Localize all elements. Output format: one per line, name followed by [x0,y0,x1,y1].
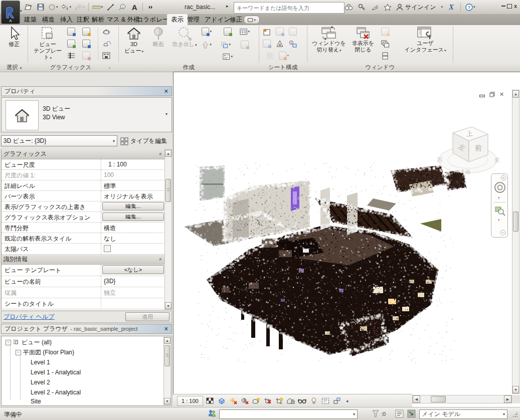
type-selector[interactable]: 3D ビュー 3D View ▾ [1,97,172,132]
switch-windows-button[interactable]: ウィンドウを 切り替え▾ [311,26,347,61]
view-template-value-button[interactable]: <なし> [102,265,164,274]
type-selector-dropdown-icon[interactable]: ▾ [165,112,167,116]
tab-architecture[interactable]: 建築 [20,14,41,25]
legends-button[interactable]: ▾ [223,52,233,61]
matchline-button[interactable]: ▾ [279,51,289,60]
customize-qat-button[interactable] [145,2,156,13]
resize-grip[interactable] [512,412,517,417]
visual-style-button[interactable] [217,396,226,405]
sun-path-checkbox[interactable] [104,245,111,252]
sign-in-dropdown-arrow-icon[interactable]: ▾ [441,5,443,9]
redo-dropdown-arrow-icon[interactable]: ▾ [83,5,85,9]
minimize-button[interactable] [500,3,506,10]
view-template-button[interactable]: ビュー テンプレート▾ [31,26,64,61]
browser-scrollbar[interactable]: ▲ ▼ [163,337,171,405]
reveal-hidden-elements-button[interactable] [309,396,318,405]
project-browser-close-icon[interactable]: ✕ [164,326,168,332]
property-value[interactable]: 1 : 100 [101,159,165,169]
new-sheet-button[interactable] [262,27,272,36]
tree-item-site[interactable]: Site [31,397,41,406]
help-dropdown-arrow-icon[interactable]: ▾ [473,5,475,9]
tile-windows-button[interactable] [380,51,390,60]
tab-modify[interactable]: 修正 [226,14,246,25]
property-value[interactable]: オリジナルを表示 [101,191,165,201]
temporary-hide-isolate-button[interactable] [298,396,307,405]
schedules-button[interactable]: ▾ [240,27,250,36]
aligned-dimension-button[interactable] [105,2,116,13]
displaced-elements-button[interactable] [332,396,341,405]
navbar-collapse-icon[interactable] [500,230,506,236]
communication-center-button[interactable] [369,2,380,13]
show-crop-region-button[interactable] [275,396,284,405]
filters-button[interactable] [81,27,91,36]
visibility-graphics-button[interactable] [66,27,76,36]
show-hidden-lines-button[interactable] [66,39,76,48]
steering-wheel-icon[interactable] [493,181,506,194]
shadows-button[interactable] [240,396,249,405]
close-hidden-windows-button[interactable]: 非表示を 閉じる [349,26,377,61]
section-graphics[interactable]: グラフィックス» [2,149,165,159]
properties-palette-header[interactable]: プロパティ ✕ [1,86,172,96]
edit-type-button[interactable]: タイプを編集 [120,136,172,146]
sync-dropdown-arrow-icon[interactable]: ▾ [56,5,58,9]
tree-item-level2-analytical[interactable]: Level 2 - Analytical [31,388,81,397]
render-in-cloud-button[interactable] [101,39,111,48]
view-scale-button[interactable]: 1 : 100 [177,396,203,406]
properties-close-icon[interactable]: ✕ [164,88,168,95]
modify-button[interactable]: 修正 [3,26,25,61]
crop-view-button[interactable] [263,396,272,405]
search-button[interactable] [343,2,354,13]
viewport-hscroll-thumb[interactable] [431,396,446,402]
help-button[interactable]: ?▾ [464,2,476,13]
property-value[interactable]: なし [101,233,165,243]
scope-box-button[interactable] [240,40,250,49]
drafting-view-button[interactable] [223,27,233,36]
cut-profile-button[interactable] [81,51,91,60]
guide-grid-button[interactable] [265,51,275,60]
properties-scroll-thumb[interactable] [165,179,171,202]
property-value[interactable]: 構造 [101,223,165,233]
zoom-region-icon[interactable] [494,205,505,216]
replicate-window-button[interactable] [380,27,390,36]
remove-hidden-lines-button[interactable] [81,39,91,48]
callout-button[interactable]: 吹き出し▾ [171,26,198,61]
tree-item-level1[interactable]: Level 1 [31,358,50,367]
collapse-icon[interactable]: − [6,340,11,345]
document-title-expand-icon[interactable]: ▸ [226,4,229,9]
ribbon-display-toggle[interactable]: ▾ [244,16,260,24]
duplicate-view-button[interactable]: ▾ [221,40,231,49]
detail-level-button[interactable] [206,396,215,405]
application-menu-button[interactable]: A [1,1,20,24]
user-interface-button[interactable]: ユーザ インタフェース▾ [401,26,449,61]
view-close-button[interactable]: ✕ [499,92,504,99]
navigation-bar[interactable]: ▾ ▾ [491,173,508,238]
scroll-left-icon[interactable]: ◀ [413,395,420,403]
property-value[interactable]: {3D} [101,276,165,287]
render-button[interactable] [101,27,111,36]
view-reference-button[interactable]: A [275,39,285,48]
viewport-vscroll-thumb[interactable] [513,212,518,232]
viewport-reference-button[interactable]: 1 [288,39,298,48]
press-drag-button[interactable] [407,409,416,419]
plan-views-button[interactable]: ▾ [202,27,212,36]
properties-scrollbar[interactable]: ▲ ▼ [164,149,172,310]
close-button[interactable]: x [512,3,518,10]
project-browser-header[interactable]: プロジェクト ブラウザ - rac_basic_sample_project ✕ [1,324,172,334]
thin-lines-button[interactable] [66,51,76,60]
viewport-vertical-scrollbar[interactable]: ▲ ▼ [512,90,519,394]
temporary-view-properties-button[interactable] [321,396,330,405]
properties-help-link[interactable]: プロパティ ヘルプ [4,313,55,321]
scroll-up-icon[interactable]: ▲ [165,150,171,157]
tag-by-category-button[interactable]: 1 [117,2,128,13]
maximize-button[interactable] [506,3,512,10]
select-panel-label[interactable]: 選択 ▾ [2,64,26,71]
search-input[interactable] [234,2,344,14]
redo-button[interactable]: ▾ [73,2,86,13]
workset-selector-combo[interactable]: ▾ [219,409,358,419]
revisions-button[interactable] [262,39,272,48]
exchange-apps-button[interactable]: X [446,2,457,13]
text-button[interactable]: A [129,2,140,13]
section-button[interactable]: 断面 [147,26,169,61]
viewport-horizontal-scrollbar[interactable]: ◀ ▶ [412,395,512,403]
zoom-dropdown-icon[interactable]: ▾ [498,218,500,222]
